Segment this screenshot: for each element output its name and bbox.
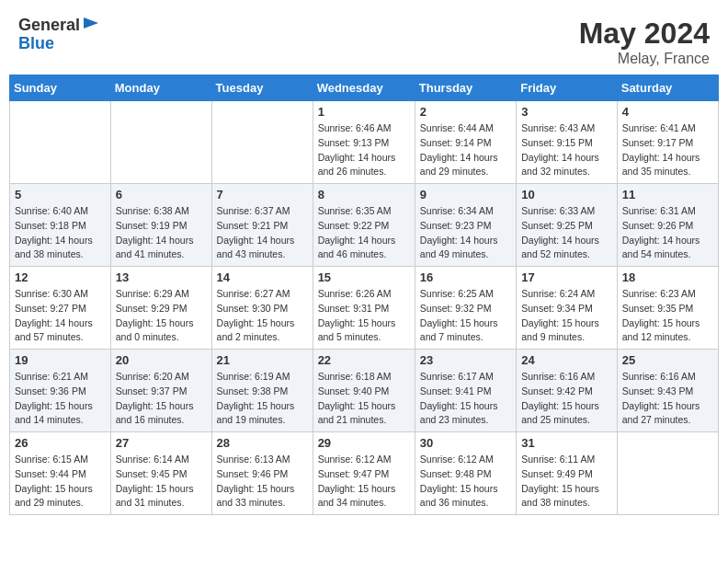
calendar-cell: 12Sunrise: 6:30 AMSunset: 9:27 PMDayligh… [10, 267, 111, 350]
calendar-cell: 8Sunrise: 6:35 AMSunset: 9:22 PMDaylight… [313, 184, 415, 267]
calendar-cell: 28Sunrise: 6:13 AMSunset: 9:46 PMDayligh… [211, 432, 313, 515]
calendar-cell [211, 101, 313, 184]
day-info: Sunrise: 6:24 AMSunset: 9:34 PMDaylight:… [521, 287, 612, 345]
calendar-cell: 1Sunrise: 6:46 AMSunset: 9:13 PMDaylight… [313, 101, 415, 184]
day-number: 21 [217, 353, 308, 367]
day-info: Sunrise: 6:34 AMSunset: 9:23 PMDaylight:… [420, 204, 511, 262]
day-info: Sunrise: 6:41 AMSunset: 9:17 PMDaylight:… [622, 121, 713, 179]
day-info: Sunrise: 6:43 AMSunset: 9:15 PMDaylight:… [521, 121, 612, 179]
week-row-1: 1Sunrise: 6:46 AMSunset: 9:13 PMDaylight… [10, 101, 719, 184]
calendar-cell [10, 101, 111, 184]
calendar-cell: 15Sunrise: 6:26 AMSunset: 9:31 PMDayligh… [313, 267, 415, 350]
day-info: Sunrise: 6:12 AMSunset: 9:47 PMDaylight:… [318, 453, 410, 511]
logo-blue-text: Blue [18, 34, 54, 52]
day-number: 15 [318, 270, 410, 284]
weekday-header-monday: Monday [110, 75, 211, 101]
day-number: 26 [15, 436, 106, 450]
svg-marker-0 [84, 17, 98, 29]
calendar-cell: 16Sunrise: 6:25 AMSunset: 9:32 PMDayligh… [415, 267, 516, 350]
calendar-cell: 22Sunrise: 6:18 AMSunset: 9:40 PMDayligh… [313, 350, 415, 432]
page-header: General Blue May 2024 Melay, France [9, 9, 719, 75]
calendar-cell: 29Sunrise: 6:12 AMSunset: 9:47 PMDayligh… [313, 432, 415, 515]
logo: General Blue [18, 17, 102, 53]
calendar-cell: 4Sunrise: 6:41 AMSunset: 9:17 PMDaylight… [617, 101, 718, 184]
weekday-header-friday: Friday [517, 75, 618, 101]
calendar-cell: 27Sunrise: 6:14 AMSunset: 9:45 PMDayligh… [110, 432, 211, 515]
day-info: Sunrise: 6:19 AMSunset: 9:38 PMDaylight:… [217, 370, 308, 428]
day-number: 17 [521, 270, 612, 284]
calendar-cell: 25Sunrise: 6:16 AMSunset: 9:43 PMDayligh… [617, 350, 718, 432]
day-number: 22 [318, 353, 410, 367]
calendar-cell: 3Sunrise: 6:43 AMSunset: 9:15 PMDaylight… [517, 101, 618, 184]
calendar-table: SundayMondayTuesdayWednesdayThursdayFrid… [9, 75, 719, 515]
day-number: 7 [217, 188, 308, 201]
calendar-cell: 30Sunrise: 6:12 AMSunset: 9:48 PMDayligh… [415, 432, 516, 515]
day-number: 28 [217, 436, 308, 450]
day-number: 1 [318, 105, 410, 119]
calendar-cell: 31Sunrise: 6:11 AMSunset: 9:49 PMDayligh… [517, 432, 618, 515]
weekday-header-thursday: Thursday [415, 75, 516, 101]
day-number: 8 [318, 188, 410, 201]
calendar-cell: 11Sunrise: 6:31 AMSunset: 9:26 PMDayligh… [617, 184, 718, 267]
day-info: Sunrise: 6:27 AMSunset: 9:30 PMDaylight:… [217, 287, 308, 345]
calendar-cell: 17Sunrise: 6:24 AMSunset: 9:34 PMDayligh… [517, 267, 618, 350]
week-row-3: 12Sunrise: 6:30 AMSunset: 9:27 PMDayligh… [10, 267, 719, 350]
day-number: 6 [116, 188, 207, 201]
logo-flag-icon [82, 14, 102, 34]
day-info: Sunrise: 6:33 AMSunset: 9:25 PMDaylight:… [521, 204, 612, 262]
day-number: 29 [318, 436, 410, 450]
day-number: 3 [521, 105, 612, 119]
day-number: 16 [420, 270, 511, 284]
day-number: 23 [420, 353, 511, 367]
calendar-cell: 23Sunrise: 6:17 AMSunset: 9:41 PMDayligh… [415, 350, 516, 432]
day-number: 12 [15, 270, 106, 284]
day-number: 9 [420, 188, 511, 201]
day-number: 4 [622, 105, 713, 119]
day-number: 5 [15, 188, 106, 201]
day-number: 30 [420, 436, 511, 450]
calendar-cell: 18Sunrise: 6:23 AMSunset: 9:35 PMDayligh… [617, 267, 718, 350]
calendar-cell: 26Sunrise: 6:15 AMSunset: 9:44 PMDayligh… [10, 432, 111, 515]
day-number: 24 [521, 353, 612, 367]
calendar-cell: 5Sunrise: 6:40 AMSunset: 9:18 PMDaylight… [10, 184, 111, 267]
day-info: Sunrise: 6:14 AMSunset: 9:45 PMDaylight:… [116, 453, 207, 511]
day-info: Sunrise: 6:38 AMSunset: 9:19 PMDaylight:… [116, 204, 207, 262]
day-info: Sunrise: 6:12 AMSunset: 9:48 PMDaylight:… [420, 453, 511, 511]
week-row-2: 5Sunrise: 6:40 AMSunset: 9:18 PMDaylight… [10, 184, 719, 267]
day-number: 13 [116, 270, 207, 284]
day-info: Sunrise: 6:37 AMSunset: 9:21 PMDaylight:… [217, 204, 308, 262]
day-info: Sunrise: 6:35 AMSunset: 9:22 PMDaylight:… [318, 204, 410, 262]
day-info: Sunrise: 6:25 AMSunset: 9:32 PMDaylight:… [420, 287, 511, 345]
day-info: Sunrise: 6:16 AMSunset: 9:43 PMDaylight:… [622, 370, 713, 428]
weekday-header-saturday: Saturday [617, 75, 718, 101]
calendar-cell [617, 432, 718, 515]
calendar-cell: 24Sunrise: 6:16 AMSunset: 9:42 PMDayligh… [517, 350, 618, 432]
logo-general-text: General [18, 17, 80, 35]
calendar-cell: 9Sunrise: 6:34 AMSunset: 9:23 PMDaylight… [415, 184, 516, 267]
day-number: 14 [217, 270, 308, 284]
day-number: 27 [116, 436, 207, 450]
day-info: Sunrise: 6:16 AMSunset: 9:42 PMDaylight:… [521, 370, 612, 428]
day-info: Sunrise: 6:21 AMSunset: 9:36 PMDaylight:… [15, 370, 106, 428]
day-number: 25 [622, 353, 713, 367]
day-info: Sunrise: 6:18 AMSunset: 9:40 PMDaylight:… [318, 370, 410, 428]
calendar-cell: 19Sunrise: 6:21 AMSunset: 9:36 PMDayligh… [10, 350, 111, 432]
calendar-location: Melay, France [579, 51, 710, 67]
calendar-cell: 10Sunrise: 6:33 AMSunset: 9:25 PMDayligh… [517, 184, 618, 267]
calendar-cell: 13Sunrise: 6:29 AMSunset: 9:29 PMDayligh… [110, 267, 211, 350]
day-info: Sunrise: 6:30 AMSunset: 9:27 PMDaylight:… [15, 287, 106, 345]
day-info: Sunrise: 6:13 AMSunset: 9:46 PMDaylight:… [217, 453, 308, 511]
calendar-cell: 21Sunrise: 6:19 AMSunset: 9:38 PMDayligh… [211, 350, 313, 432]
calendar-cell: 2Sunrise: 6:44 AMSunset: 9:14 PMDaylight… [415, 101, 516, 184]
calendar-cell: 7Sunrise: 6:37 AMSunset: 9:21 PMDaylight… [211, 184, 313, 267]
weekday-header-sunday: Sunday [10, 75, 111, 101]
day-number: 19 [15, 353, 106, 367]
day-info: Sunrise: 6:11 AMSunset: 9:49 PMDaylight:… [521, 453, 612, 511]
day-number: 18 [622, 270, 713, 284]
day-info: Sunrise: 6:26 AMSunset: 9:31 PMDaylight:… [318, 287, 410, 345]
day-info: Sunrise: 6:17 AMSunset: 9:41 PMDaylight:… [420, 370, 511, 428]
day-info: Sunrise: 6:29 AMSunset: 9:29 PMDaylight:… [116, 287, 207, 345]
day-number: 2 [420, 105, 511, 119]
day-info: Sunrise: 6:20 AMSunset: 9:37 PMDaylight:… [116, 370, 207, 428]
weekday-header-tuesday: Tuesday [211, 75, 313, 101]
